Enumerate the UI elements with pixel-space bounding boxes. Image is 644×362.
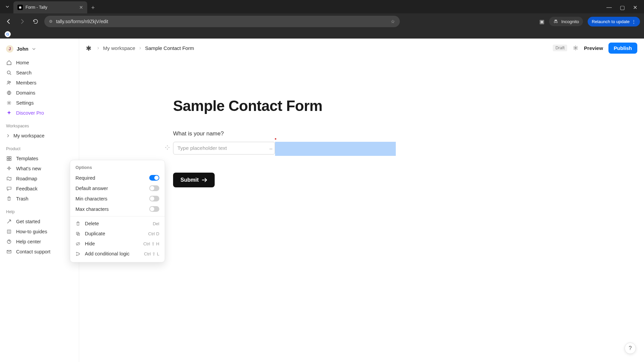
- sidebar-section-workspaces: Workspaces: [3, 118, 75, 130]
- toggle-required[interactable]: [149, 175, 159, 181]
- google-shortcut-icon[interactable]: G: [5, 31, 11, 37]
- svg-rect-8: [9, 157, 11, 158]
- close-window-icon[interactable]: ✕: [633, 4, 637, 11]
- option-default-answer[interactable]: Default answer: [70, 183, 165, 193]
- browser-tab[interactable]: ✱ Form - Tally ✕: [13, 1, 87, 13]
- relaunch-update-button[interactable]: Relaunch to update ⋮: [588, 17, 640, 26]
- action-conditional-logic[interactable]: Add conditional logic Ctrl ⇧ L: [70, 249, 165, 259]
- sidebar-item-search[interactable]: Search: [3, 68, 75, 77]
- eye-off-icon: [75, 241, 81, 246]
- incognito-icon: [553, 19, 558, 24]
- svg-point-16: [76, 252, 77, 253]
- option-max-chars[interactable]: Max characters: [70, 204, 165, 214]
- svg-rect-7: [7, 157, 9, 158]
- copy-icon: [75, 231, 81, 236]
- help-icon: [6, 239, 12, 244]
- option-min-chars[interactable]: Min characters: [70, 193, 165, 204]
- window-controls: — ▢ ✕: [606, 4, 644, 11]
- sparkle-outline-icon: [6, 166, 12, 171]
- arrow-right-icon: [202, 178, 207, 182]
- sidebar-item-contact[interactable]: Contact support: [3, 247, 75, 256]
- resize-grip-icon[interactable]: ═: [269, 146, 272, 151]
- svg-point-2: [7, 71, 10, 74]
- map-icon: [6, 176, 12, 181]
- svg-point-17: [76, 254, 77, 255]
- sidebar-item-howto[interactable]: How-to guides: [3, 227, 75, 236]
- bookmark-star-icon[interactable]: ☆: [391, 19, 395, 24]
- form-canvas[interactable]: Sample Contact Form What is your name? *…: [79, 57, 644, 187]
- sidebar-item-domains[interactable]: Domains: [3, 88, 75, 98]
- maximize-icon[interactable]: ▢: [620, 4, 625, 11]
- chevron-down-icon: [32, 47, 36, 51]
- form-title[interactable]: Sample Contact Form: [173, 98, 644, 114]
- placeholder-input[interactable]: [173, 142, 275, 155]
- toggle-min-chars[interactable]: [149, 196, 159, 201]
- drag-handle-icon[interactable]: [165, 145, 170, 150]
- compass-icon: [6, 219, 12, 224]
- question-label[interactable]: What is your name?: [173, 130, 644, 137]
- incognito-indicator[interactable]: Incognito: [549, 17, 583, 26]
- site-settings-icon[interactable]: ⚙: [49, 19, 53, 24]
- back-button[interactable]: [4, 17, 13, 26]
- tab-close-icon[interactable]: ✕: [79, 5, 83, 10]
- svg-point-1: [556, 21, 557, 23]
- help-bubble-button[interactable]: ?: [625, 343, 636, 354]
- sidebar-item-members[interactable]: Members: [3, 78, 75, 87]
- sidebar-item-templates[interactable]: Templates: [3, 154, 75, 163]
- toggle-max-chars[interactable]: [149, 206, 159, 212]
- breadcrumb-sep: ›: [97, 45, 99, 51]
- submit-button[interactable]: Submit: [173, 173, 215, 187]
- toggle-default-answer[interactable]: [149, 185, 159, 191]
- sidebar-item-help-center[interactable]: Help center: [3, 237, 75, 246]
- selection-highlight: [275, 142, 396, 156]
- reload-button[interactable]: [31, 17, 40, 26]
- new-tab-button[interactable]: +: [87, 4, 99, 11]
- sidebar-item-discover-pro[interactable]: Discover Pro: [3, 108, 75, 118]
- option-required[interactable]: Required: [70, 173, 165, 183]
- kebab-icon: ⋮: [632, 19, 636, 24]
- action-delete[interactable]: Delete Del: [70, 219, 165, 229]
- publish-button[interactable]: Publish: [608, 43, 637, 54]
- forward-button[interactable]: [17, 17, 27, 26]
- sidebar-workspace-item[interactable]: My workspace: [3, 131, 75, 140]
- tab-list-dropdown[interactable]: [3, 2, 12, 11]
- sidebar-section-product: Product: [3, 141, 75, 153]
- chat-icon: [6, 186, 12, 191]
- tally-logo-icon[interactable]: ✱: [86, 44, 93, 52]
- svg-point-13: [575, 47, 577, 49]
- sidebar-item-whats-new[interactable]: What's new: [3, 164, 75, 173]
- preview-button[interactable]: Preview: [584, 45, 603, 51]
- sidebar-item-settings[interactable]: Settings: [3, 98, 75, 108]
- branch-icon: [75, 251, 81, 256]
- home-icon: [6, 60, 12, 65]
- sidebar: J John Home Search Members Domains Setti…: [0, 39, 79, 362]
- url-text: tally.so/forms/n9ZkjV/edit: [56, 19, 108, 24]
- user-name: John: [17, 46, 29, 52]
- mail-icon: [6, 249, 12, 254]
- action-hide[interactable]: Hide Ctrl ⇧ H: [70, 239, 165, 249]
- field-options-popover: Options Required Default answer Min char…: [70, 160, 165, 262]
- popover-title: Options: [70, 164, 165, 173]
- sidebar-item-get-started[interactable]: Get started: [3, 217, 75, 226]
- field-row: * ═: [173, 142, 644, 155]
- extensions-icon[interactable]: ▣: [539, 18, 544, 25]
- url-input[interactable]: ⚙ tally.so/forms/n9ZkjV/edit ☆: [44, 16, 400, 27]
- svg-point-0: [554, 21, 555, 23]
- trash-icon: [75, 221, 81, 226]
- user-menu[interactable]: J John: [3, 43, 75, 55]
- tab-title: Form - Tally: [25, 5, 76, 10]
- address-bar: ⚙ tally.so/forms/n9ZkjV/edit ☆ ▣ Incogni…: [0, 13, 644, 29]
- svg-point-4: [9, 81, 11, 83]
- action-duplicate[interactable]: Duplicate Ctrl D: [70, 229, 165, 239]
- breadcrumb-form[interactable]: Sample Contact Form: [145, 45, 194, 51]
- sidebar-item-home[interactable]: Home: [3, 58, 75, 67]
- sidebar-item-roadmap[interactable]: Roadmap: [3, 174, 75, 183]
- input-wrapper: * ═: [173, 142, 275, 155]
- sidebar-item-trash[interactable]: Trash: [3, 194, 75, 203]
- svg-point-18: [79, 253, 80, 254]
- sidebar-item-feedback[interactable]: Feedback: [3, 184, 75, 193]
- svg-point-3: [8, 81, 9, 83]
- form-settings-icon[interactable]: [573, 45, 579, 51]
- minimize-icon[interactable]: —: [606, 4, 612, 11]
- breadcrumb-workspace[interactable]: My workspace: [103, 45, 135, 51]
